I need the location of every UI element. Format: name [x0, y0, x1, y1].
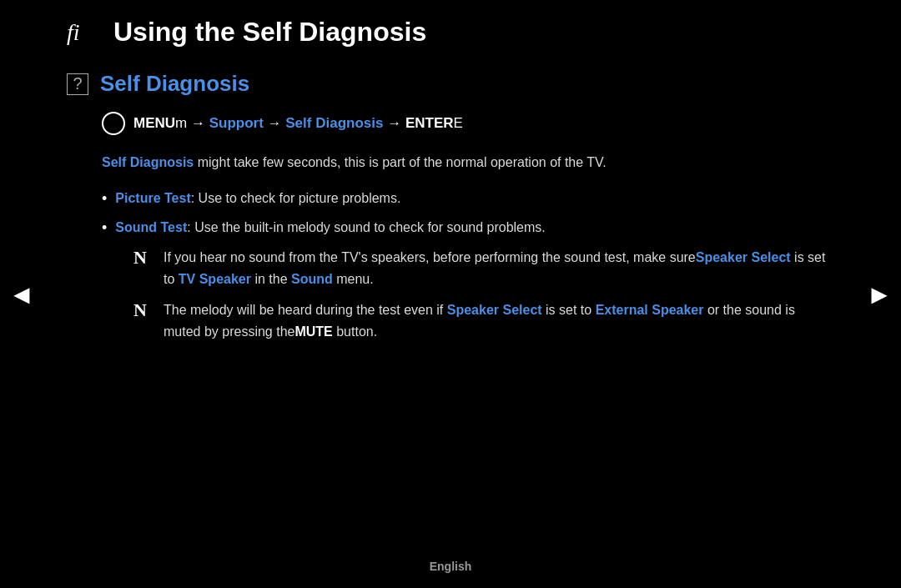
bullet-item-text: Picture Test: Use to check for picture p… [115, 188, 400, 209]
bullet-label-2: Sound Test [115, 220, 187, 234]
section-title-row: ? Self Diagnosis [67, 71, 834, 97]
list-item: • Picture Test: Use to check for picture… [102, 188, 834, 209]
section-title: Self Diagnosis [100, 71, 249, 97]
note-text-1: If you hear no sound from the TV's speak… [164, 247, 834, 289]
mute-label: MUTE [294, 324, 332, 339]
tv-speaker: TV Speaker [179, 272, 251, 286]
page-title-row: fi Using the Self Diagnosis [67, 17, 834, 48]
page-icon: fi [67, 19, 100, 46]
body-text-highlight: Self Diagnosis [102, 155, 194, 169]
bullet-item-text: Sound Test: Use the built-in melody soun… [115, 218, 545, 238]
menu-path-row: MENUm → Support → Self Diagnosis → ENTER… [102, 112, 834, 135]
bullet-dot: • [102, 218, 107, 239]
sound-menu: Sound [291, 272, 333, 286]
page-title: Using the Self Diagnosis [113, 17, 426, 48]
bullet-label-1: Picture Test [115, 191, 190, 205]
speaker-select-1: Speaker Select [696, 250, 791, 264]
list-item: • Sound Test: Use the built-in melody so… [102, 218, 834, 239]
menu-circle-icon [102, 112, 125, 135]
menu-path-text: MENUm → Support → Self Diagnosis → ENTER… [133, 115, 463, 132]
page-container: fi Using the Self Diagnosis ? Self Diagn… [0, 0, 901, 588]
nav-arrow-right[interactable]: ► [866, 279, 893, 309]
bullet-list: • Picture Test: Use to check for picture… [102, 188, 834, 239]
note-symbol-2: N [133, 299, 152, 321]
note-symbol-1: N [133, 247, 152, 269]
body-text: Self Diagnosis might take few seconds, t… [102, 152, 834, 173]
note-text-2: The melody will be heard during the test… [164, 299, 834, 342]
note-row-2: N The melody will be heard during the te… [133, 299, 834, 342]
bullet-dot: • [102, 188, 107, 209]
body-text-rest: might take few seconds, this is part of … [194, 155, 607, 169]
nav-arrow-left[interactable]: ◄ [8, 279, 35, 309]
bullet-text-1: : Use to check for picture problems. [191, 191, 401, 205]
speaker-select-2: Speaker Select [447, 303, 542, 317]
bullet-text-2: : Use the built-in melody sound to check… [187, 220, 546, 234]
external-speaker: External Speaker [596, 303, 704, 317]
section-icon: ? [67, 73, 88, 95]
footer-language: English [430, 560, 472, 573]
note-row-1: N If you hear no sound from the TV's spe… [133, 247, 834, 289]
